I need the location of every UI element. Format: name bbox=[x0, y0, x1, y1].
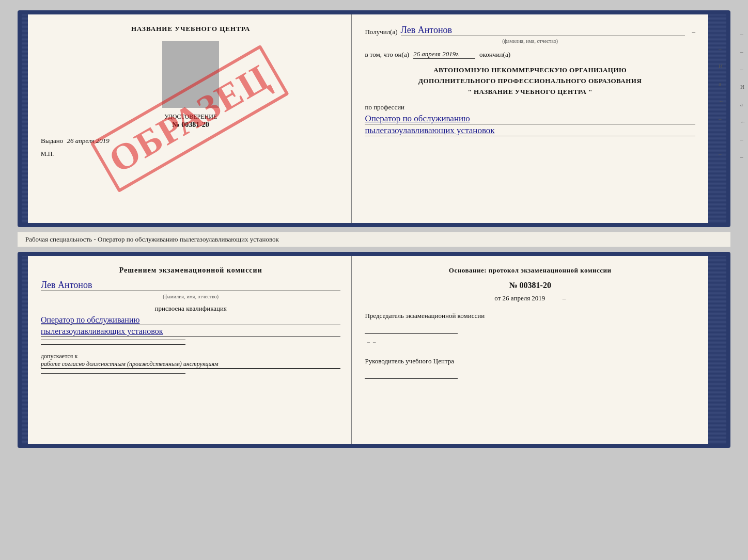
side-mark-2: И bbox=[719, 63, 724, 69]
org-line1: АВТОНОМНУЮ НЕКОММЕРЧЕСКУЮ ОРГАНИЗАЦИЮ bbox=[365, 65, 695, 76]
admission-prefix: допускается к bbox=[41, 353, 77, 360]
bottom-right-page: Основание: протокол экзаменационной коми… bbox=[352, 256, 708, 444]
basis-label: Основание: протокол экзаменационной коми… bbox=[365, 266, 695, 275]
completed-label: окончил(а) bbox=[479, 51, 510, 59]
center-head-label: Руководитель учебного Центра bbox=[365, 356, 695, 366]
center-head-sig-line bbox=[365, 369, 458, 379]
date-line: в том, что он(а) 26 апреля 2019г. окончи… bbox=[365, 50, 695, 59]
school-name-title: НАЗВАНИЕ УЧЕБНОГО ЦЕНТРА bbox=[41, 25, 340, 33]
bottom-certificate-book: Решением экзаменационной комиссии Лев Ан… bbox=[18, 252, 730, 448]
protocol-number: № 00381-20 bbox=[365, 281, 695, 290]
bottom-spine-left bbox=[22, 256, 28, 444]
bottom-fio-note: (фамилия, имя, отчество) bbox=[41, 294, 340, 299]
blank-line-3 bbox=[41, 373, 185, 374]
admission-line: допускается к работе согласно должностны… bbox=[41, 353, 340, 369]
bottom-name: Лев Антонов bbox=[41, 280, 340, 291]
side-mark-6: – bbox=[719, 133, 724, 139]
chairman-block: Председатель экзаменационной комиссии – … bbox=[365, 311, 695, 346]
qualification-line2: пылегазоулавливающих установок bbox=[41, 327, 340, 337]
document-wrapper: НАЗВАНИЕ УЧЕБНОГО ЦЕНТРА УДОСТОВЕРЕНИЕ №… bbox=[18, 10, 730, 448]
org-line3: " НАЗВАНИЕ УЧЕБНОГО ЦЕНТРА " bbox=[365, 87, 695, 98]
side-mark-5: – bbox=[719, 116, 724, 122]
chairman-label: Председатель экзаменационной комиссии bbox=[365, 311, 695, 321]
chairman-sig-line bbox=[365, 324, 458, 334]
cert-id-section: УДОСТОВЕРЕНИЕ № 00381-20 bbox=[41, 113, 340, 129]
issued-label: Выдано bbox=[41, 137, 63, 145]
bottom-left-page: Решением экзаменационной комиссии Лев Ан… bbox=[28, 256, 352, 444]
side-mark-3: а bbox=[719, 81, 724, 87]
protocol-date-prefix: от bbox=[494, 294, 501, 302]
commission-title: Решением экзаменационной комиссии bbox=[41, 266, 340, 275]
issued-date: 26 апреля 2019 bbox=[67, 137, 110, 145]
admission-text: работе согласно должностным (производств… bbox=[41, 360, 340, 369]
cert-type-label: УДОСТОВЕРЕНИЕ bbox=[41, 113, 340, 121]
photo-placeholder bbox=[162, 41, 219, 108]
issued-line: Выдано 26 апреля 2019 bbox=[41, 137, 340, 145]
fio-note-top: (фамилия, имя, отчество) bbox=[365, 38, 695, 44]
side-mark-7: – bbox=[719, 151, 724, 157]
profession-line1: Оператор по обслуживанию bbox=[365, 114, 695, 124]
profession-label: по профессии bbox=[365, 103, 695, 111]
recipient-line: Получил(а) Лев Антонов – bbox=[365, 25, 695, 36]
qualification-label: присвоена квалификация bbox=[41, 305, 340, 313]
recipient-name: Лев Антонов bbox=[401, 25, 685, 36]
qualification-line1: Оператор по обслуживанию bbox=[41, 315, 340, 325]
blank-line-2 bbox=[41, 344, 185, 345]
protocol-date: от 26 апреля 2019 – bbox=[365, 294, 695, 302]
top-left-page: НАЗВАНИЕ УЧЕБНОГО ЦЕНТРА УДОСТОВЕРЕНИЕ №… bbox=[28, 14, 352, 223]
top-right-page: Получил(а) Лев Антонов – (фамилия, имя, … bbox=[352, 14, 708, 223]
org-block: АВТОНОМНУЮ НЕКОММЕРЧЕСКУЮ ОРГАНИЗАЦИЮ ДО… bbox=[365, 65, 695, 97]
center-head-block: Руководитель учебного Центра bbox=[365, 356, 695, 379]
top-certificate-book: НАЗВАНИЕ УЧЕБНОГО ЦЕНТРА УДОСТОВЕРЕНИЕ №… bbox=[18, 10, 730, 227]
date-value: 26 апреля 2019г. bbox=[413, 50, 475, 59]
profession-line2: пылегазоулавливающих установок bbox=[365, 125, 695, 136]
side-marks: – И а ← – – – bbox=[719, 45, 726, 157]
side-mark-4: ← bbox=[719, 98, 724, 104]
date-prefix: в том, что он(а) bbox=[365, 51, 409, 59]
mp-label: М.П. bbox=[41, 150, 340, 158]
cert-number: № 00381-20 bbox=[41, 121, 340, 129]
recipient-label: Получил(а) bbox=[365, 28, 397, 36]
divider-text: Рабочая специальность - Оператор по обсл… bbox=[18, 232, 730, 247]
book-spine-left bbox=[22, 14, 28, 223]
bottom-spine-right bbox=[708, 256, 726, 444]
protocol-date-value: 26 апреля 2019 bbox=[503, 294, 546, 302]
blank-line-1 bbox=[41, 340, 185, 340]
org-line2: ДОПОЛНИТЕЛЬНОГО ПРОФЕССИОНАЛЬНОГО ОБРАЗО… bbox=[365, 76, 695, 87]
side-mark-1: – bbox=[719, 45, 724, 52]
